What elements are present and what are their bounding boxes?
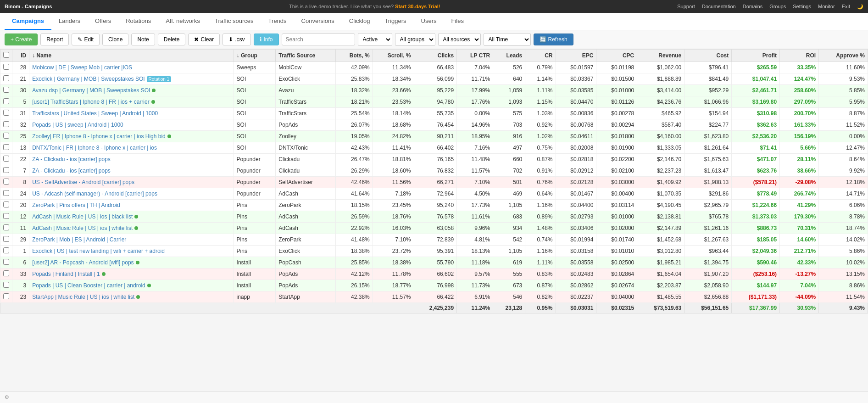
- row-name[interactable]: ZA - Clickadu - ios [carrier] pops: [29, 165, 234, 177]
- row-checkbox[interactable]: [3, 144, 9, 150]
- col-name[interactable]: ↓ Name: [29, 50, 234, 62]
- row-name[interactable]: Mobicow | DE | Sweep Mob | carrier |IOS: [29, 62, 234, 73]
- col-cr[interactable]: CR: [525, 50, 556, 62]
- dark-mode-icon[interactable]: 🌙: [857, 4, 863, 10]
- row-name[interactable]: [user2] AR - Popcash - Android [wifi] po…: [29, 257, 234, 269]
- col-approve[interactable]: Approve %: [819, 50, 868, 62]
- row-cost: $841.49: [684, 73, 732, 85]
- col-epc[interactable]: EPC: [556, 50, 596, 62]
- row-name[interactable]: ZeroPark | Pins offers | TH | Android: [29, 200, 234, 211]
- row-checkbox[interactable]: [3, 259, 9, 265]
- row-checkbox[interactable]: [3, 224, 9, 230]
- row-checkbox[interactable]: [3, 133, 9, 139]
- row-name[interactable]: Avazu dsp | Germany | MOB | Sweepstakes …: [29, 85, 234, 96]
- row-checkbox[interactable]: [3, 236, 9, 242]
- info-button[interactable]: ℹ Info: [254, 34, 279, 45]
- row-name[interactable]: Popads | US | Clean Booster | carrier | …: [29, 280, 234, 291]
- col-lpctr[interactable]: LP CTR: [457, 50, 493, 62]
- col-scroll[interactable]: Scroll, %: [373, 50, 414, 62]
- select-all-checkbox[interactable]: [3, 52, 9, 58]
- tab-trends[interactable]: Trends: [261, 13, 294, 30]
- col-leads[interactable]: Leads: [493, 50, 525, 62]
- row-name[interactable]: AdCash | Music Rule | US | ios | white l…: [29, 223, 234, 234]
- csv-button[interactable]: ⬇ .csv: [223, 34, 250, 45]
- col-traffic-source[interactable]: Traffic Source: [276, 50, 336, 62]
- delete-button[interactable]: Delete: [158, 34, 186, 45]
- row-name[interactable]: DNTX/Tonic | FR | Iphone 8 - Iphone x | …: [29, 142, 234, 154]
- nav-settings[interactable]: Settings: [793, 4, 811, 10]
- row-checkbox[interactable]: [3, 98, 9, 104]
- nav-documentation[interactable]: Documentation: [702, 4, 736, 10]
- row-checkbox[interactable]: [3, 282, 9, 288]
- nav-support[interactable]: Support: [677, 4, 695, 10]
- tab-offers[interactable]: Offers: [88, 13, 118, 30]
- trial-link[interactable]: Start 30-days Trial!: [395, 4, 440, 9]
- clear-button[interactable]: ✖ Clear: [188, 34, 220, 45]
- tab-campaigns[interactable]: Campaigns: [5, 13, 51, 30]
- row-name[interactable]: ZeroPark | Mob | ES | Android | Carrier: [29, 234, 234, 246]
- nav-domains[interactable]: Domains: [743, 4, 762, 10]
- row-checkbox[interactable]: [3, 167, 9, 173]
- row-name[interactable]: [user1] TrafficStars | Iphone 8 | FR | i…: [29, 96, 234, 108]
- row-checkbox[interactable]: [3, 87, 9, 93]
- row-checkbox[interactable]: [3, 202, 9, 207]
- row-name[interactable]: StartApp | Music Rule | US | ios | white…: [29, 291, 234, 303]
- nav-exit[interactable]: Exit: [842, 4, 850, 10]
- row-name[interactable]: Exoclick | US | test new landing | wifi …: [29, 246, 234, 257]
- tab-aff-networks[interactable]: Aff. networks: [158, 13, 207, 30]
- row-name[interactable]: Exoclick | Germany | MOB | Sweepstakes S…: [29, 73, 234, 85]
- row-checkbox[interactable]: [3, 110, 9, 116]
- row-checkbox[interactable]: [3, 293, 9, 299]
- tab-traffic-sources[interactable]: Traffic sources: [207, 13, 261, 30]
- tab-triggers[interactable]: Triggers: [377, 13, 413, 30]
- row-leads: 703: [493, 119, 525, 131]
- col-cost[interactable]: Cost: [684, 50, 732, 62]
- row-name[interactable]: ZA - Clickadu - ios [carrier] pops: [29, 154, 234, 165]
- row-name[interactable]: Trafficstars | United States | Sweep | A…: [29, 108, 234, 119]
- row-checkbox[interactable]: [3, 121, 9, 127]
- col-roi[interactable]: ROI: [780, 50, 819, 62]
- col-cpc[interactable]: CPC: [596, 50, 637, 62]
- tab-files[interactable]: Files: [444, 13, 471, 30]
- row-checkbox[interactable]: [3, 75, 9, 81]
- row-checkbox[interactable]: [3, 156, 9, 162]
- col-checkbox[interactable]: [0, 50, 12, 62]
- edit-button[interactable]: ✎ Edit: [72, 34, 100, 45]
- tab-rotations[interactable]: Rotations: [118, 13, 158, 30]
- search-input[interactable]: [282, 34, 355, 45]
- row-name[interactable]: US - SelfAdvertise - Android [carrier] p…: [29, 177, 234, 188]
- col-id[interactable]: ID: [12, 50, 29, 62]
- row-name[interactable]: AdCash | Music Rule | US | ios | black l…: [29, 211, 234, 223]
- row-name[interactable]: US - Adcash (self-manager) - Android [ca…: [29, 188, 234, 200]
- nav-monitor[interactable]: Monitor: [818, 4, 835, 10]
- report-button[interactable]: Report: [40, 34, 69, 45]
- col-clicks[interactable]: Clicks: [414, 50, 457, 62]
- row-checkbox[interactable]: [3, 179, 9, 185]
- row-name[interactable]: Popads | Finland | Install | 1: [29, 269, 234, 280]
- row-checkbox[interactable]: [3, 64, 9, 70]
- row-bots: 42.38%: [336, 291, 373, 303]
- row-name[interactable]: Popads | US | sweep | Android | 1000: [29, 119, 234, 131]
- create-button[interactable]: + Create: [5, 34, 38, 45]
- row-checkbox[interactable]: [3, 190, 9, 196]
- tab-users[interactable]: Users: [414, 13, 444, 30]
- time-select[interactable]: All Time Today Yesterday Last 7 days Las…: [484, 33, 531, 46]
- col-group[interactable]: ↓ Group: [234, 50, 276, 62]
- tab-conversions[interactable]: Conversions: [294, 13, 342, 30]
- status-select[interactable]: Active Paused All: [358, 33, 392, 46]
- row-checkbox[interactable]: [3, 270, 9, 276]
- refresh-button[interactable]: 🔄 Refresh: [534, 34, 573, 45]
- clone-button[interactable]: Clone: [102, 34, 128, 45]
- tab-clicklog[interactable]: Clicklog: [342, 13, 378, 30]
- sources-select[interactable]: All sources: [438, 33, 481, 46]
- note-button[interactable]: Note: [131, 34, 155, 45]
- nav-groups[interactable]: Groups: [769, 4, 786, 10]
- row-checkbox[interactable]: [3, 213, 9, 219]
- row-checkbox[interactable]: [3, 247, 9, 253]
- tab-landers[interactable]: Landers: [51, 13, 88, 30]
- col-profit[interactable]: Profit: [732, 50, 780, 62]
- groups-select[interactable]: All groups: [395, 33, 435, 46]
- row-name[interactable]: Zoolley| FR | Iphone 8 - Iphone x | carr…: [29, 131, 234, 142]
- col-revenue[interactable]: Revenue: [637, 50, 684, 62]
- col-bots[interactable]: Bots, %: [336, 50, 373, 62]
